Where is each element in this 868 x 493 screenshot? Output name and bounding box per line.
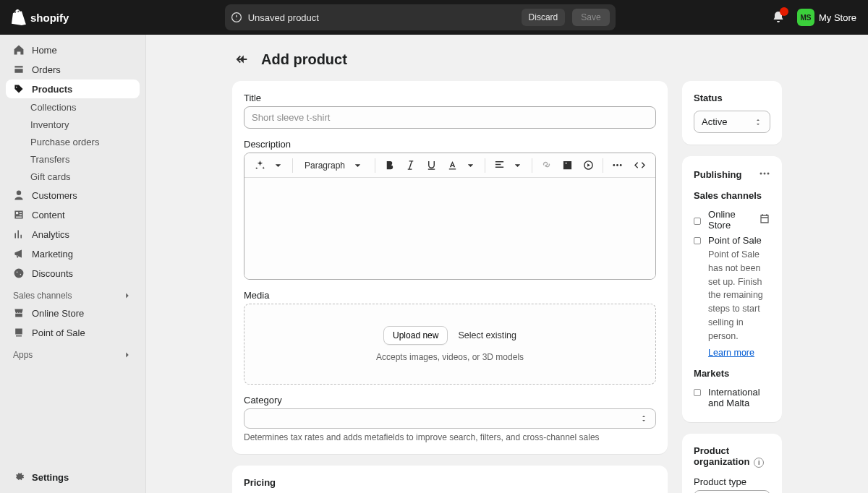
publishing-menu-button[interactable] — [759, 168, 770, 181]
select-arrows-icon — [754, 118, 762, 127]
chevron-down-icon — [512, 160, 523, 171]
sidebar: Home Orders Products Collections Invento… — [0, 35, 146, 493]
chevron-down-icon — [352, 160, 363, 171]
media-dropzone[interactable]: Upload new Select existing Accepts image… — [244, 304, 656, 385]
nav-inventory[interactable]: Inventory — [6, 116, 140, 133]
publishing-title: Publishing — [694, 169, 741, 180]
media-label: Media — [244, 290, 656, 301]
description-input[interactable] — [244, 178, 655, 279]
svg-point-4 — [620, 164, 622, 166]
svg-point-6 — [764, 173, 766, 175]
rich-text-editor: Paragraph — [244, 153, 656, 280]
upload-new-button[interactable]: Upload new — [383, 326, 448, 345]
select-arrows-icon — [639, 414, 648, 423]
unsaved-bar: Unsaved product Discard Save — [225, 4, 616, 30]
card-pricing: Pricing Price Compare-at price — [232, 466, 668, 493]
nav-online-store[interactable]: Online Store — [6, 304, 140, 322]
rte-color-button[interactable] — [443, 156, 480, 174]
title-label: Title — [244, 93, 656, 103]
nav-gift-cards[interactable]: Gift cards — [6, 168, 140, 185]
unsaved-label: Unsaved product — [248, 12, 319, 23]
discard-button[interactable]: Discard — [522, 9, 566, 26]
select-existing-link[interactable]: Select existing — [458, 330, 516, 340]
nav-sales-channels-header[interactable]: Sales channels — [6, 283, 140, 304]
svg-point-3 — [616, 164, 618, 166]
category-hint: Determines tax rates and adds metafields… — [244, 432, 656, 442]
shopify-logo[interactable]: shopify — [12, 9, 69, 25]
market-item: International and Malta — [694, 385, 770, 411]
rte-align-button[interactable] — [490, 156, 527, 174]
rte-code-button[interactable] — [630, 156, 650, 174]
store-name: My Store — [819, 12, 856, 23]
status-select[interactable]: Active — [694, 111, 770, 133]
back-button[interactable] — [232, 49, 252, 69]
nav-discounts[interactable]: Discounts — [6, 264, 140, 283]
svg-point-2 — [613, 164, 615, 166]
markets-title: Markets — [694, 368, 770, 379]
chevron-right-icon — [122, 350, 132, 360]
rte-ai-button[interactable] — [250, 156, 288, 174]
rte-paragraph-dropdown[interactable]: Paragraph — [297, 156, 370, 174]
notification-badge — [780, 7, 788, 16]
topbar-center: Unsaved product Discard Save — [80, 4, 760, 30]
nav-products[interactable]: Products — [6, 80, 140, 98]
nav-collections[interactable]: Collections — [6, 99, 140, 116]
unsaved-status: Unsaved product — [231, 12, 514, 23]
save-button[interactable]: Save — [572, 9, 609, 26]
nav-apps-header[interactable]: Apps — [6, 343, 140, 363]
description-label: Description — [244, 139, 656, 150]
main-content: Add product Title Description — [146, 35, 868, 493]
topbar-right: MS My Store — [771, 9, 856, 26]
nav-settings[interactable]: Settings — [6, 467, 140, 487]
card-publishing: Publishing Sales channels Online Store P… — [682, 156, 782, 422]
organization-title: Product organization — [694, 445, 749, 467]
chevron-down-icon — [273, 160, 284, 171]
learn-more-link[interactable]: Learn more — [708, 348, 754, 358]
media-hint: Accepts images, videos, or 3D models — [376, 352, 524, 362]
brand-name: shopify — [30, 12, 69, 24]
store-menu[interactable]: MS My Store — [797, 9, 856, 26]
card-basic: Title Description Paragraph — [232, 81, 668, 454]
chevron-right-icon — [122, 291, 132, 301]
pos-warning: Point of Sale has not been set up. Finis… — [708, 248, 770, 343]
chevron-down-icon — [465, 160, 476, 171]
status-label: Status — [694, 93, 770, 103]
nav-content[interactable]: Content — [6, 205, 140, 224]
rte-more-button[interactable] — [608, 156, 627, 174]
channel-status-dot — [694, 237, 701, 244]
page-title: Add product — [261, 51, 347, 68]
nav-purchase-orders[interactable]: Purchase orders — [6, 134, 140, 150]
channel-status-dot — [694, 218, 701, 225]
pricing-title: Pricing — [244, 477, 656, 488]
nav-home[interactable]: Home — [6, 40, 140, 59]
category-label: Category — [244, 395, 656, 406]
channel-pos: Point of Sale — [694, 233, 770, 248]
nav-analytics[interactable]: Analytics — [6, 225, 140, 244]
svg-point-5 — [760, 173, 762, 175]
rte-link-button[interactable] — [537, 156, 556, 174]
rte-toolbar: Paragraph — [244, 153, 655, 178]
rte-bold-button[interactable] — [380, 156, 399, 174]
nav-pos[interactable]: Point of Sale — [6, 323, 140, 342]
store-avatar: MS — [797, 9, 814, 26]
rte-video-button[interactable] — [579, 156, 598, 174]
nav-customers[interactable]: Customers — [6, 186, 140, 205]
rte-italic-button[interactable] — [401, 156, 420, 174]
product-type-label: Product type — [694, 476, 770, 487]
channel-online-store: Online Store — [694, 207, 770, 233]
category-select[interactable] — [244, 408, 656, 429]
rte-image-button[interactable] — [558, 156, 577, 174]
notifications-button[interactable] — [771, 10, 786, 25]
title-input[interactable] — [244, 106, 656, 129]
card-status: Status Active — [682, 81, 782, 145]
market-status-dot — [694, 389, 701, 396]
nav-transfers[interactable]: Transfers — [6, 151, 140, 168]
info-icon[interactable]: i — [754, 458, 764, 468]
rte-underline-button[interactable] — [422, 156, 441, 174]
nav-marketing[interactable]: Marketing — [6, 244, 140, 263]
schedule-icon[interactable] — [759, 213, 770, 227]
product-type-input[interactable] — [694, 490, 770, 493]
sales-channels-title: Sales channels — [694, 190, 770, 201]
svg-point-7 — [767, 173, 770, 175]
nav-orders[interactable]: Orders — [6, 60, 140, 79]
